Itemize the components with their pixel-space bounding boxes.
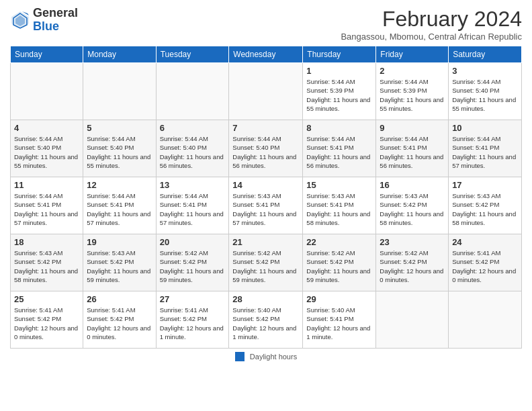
day-info: Sunrise: 5:43 AM Sunset: 5:42 PM Dayligh… xyxy=(380,191,445,227)
day-number: 19 xyxy=(87,237,152,247)
calendar-week-row: 18Sunrise: 5:43 AM Sunset: 5:42 PM Dayli… xyxy=(11,234,522,291)
calendar-header-friday: Friday xyxy=(376,46,449,63)
calendar-week-row: 4Sunrise: 5:44 AM Sunset: 5:40 PM Daylig… xyxy=(11,120,522,177)
day-info: Sunrise: 5:44 AM Sunset: 5:40 PM Dayligh… xyxy=(87,134,152,170)
day-info: Sunrise: 5:44 AM Sunset: 5:40 PM Dayligh… xyxy=(452,77,518,113)
calendar-cell: 26Sunrise: 5:41 AM Sunset: 5:42 PM Dayli… xyxy=(83,291,156,349)
calendar-cell: 5Sunrise: 5:44 AM Sunset: 5:40 PM Daylig… xyxy=(83,120,156,177)
legend-box xyxy=(235,352,245,361)
calendar-cell: 16Sunrise: 5:43 AM Sunset: 5:42 PM Dayli… xyxy=(376,177,449,234)
calendar-cell: 4Sunrise: 5:44 AM Sunset: 5:40 PM Daylig… xyxy=(11,120,83,177)
day-info: Sunrise: 5:41 AM Sunset: 5:42 PM Dayligh… xyxy=(160,306,226,341)
calendar-cell xyxy=(449,291,522,349)
month-title: February 2024 xyxy=(341,7,522,32)
calendar-cell: 8Sunrise: 5:44 AM Sunset: 5:41 PM Daylig… xyxy=(303,120,376,177)
day-number: 3 xyxy=(452,66,518,76)
day-number: 24 xyxy=(452,237,518,247)
calendar-cell: 27Sunrise: 5:41 AM Sunset: 5:42 PM Dayli… xyxy=(156,291,229,349)
calendar-cell: 15Sunrise: 5:43 AM Sunset: 5:41 PM Dayli… xyxy=(303,177,376,234)
logo-blue: Blue xyxy=(33,19,59,33)
day-number: 16 xyxy=(380,180,445,190)
calendar-cell: 11Sunrise: 5:44 AM Sunset: 5:41 PM Dayli… xyxy=(11,177,83,234)
calendar-week-row: 11Sunrise: 5:44 AM Sunset: 5:41 PM Dayli… xyxy=(11,177,522,234)
day-number: 9 xyxy=(380,123,445,133)
calendar-cell: 24Sunrise: 5:41 AM Sunset: 5:42 PM Dayli… xyxy=(449,234,522,291)
day-info: Sunrise: 5:42 AM Sunset: 5:42 PM Dayligh… xyxy=(232,248,299,284)
day-info: Sunrise: 5:44 AM Sunset: 5:41 PM Dayligh… xyxy=(14,191,79,227)
day-number: 28 xyxy=(232,294,299,304)
calendar-cell: 21Sunrise: 5:42 AM Sunset: 5:42 PM Dayli… xyxy=(229,234,303,291)
calendar-cell: 6Sunrise: 5:44 AM Sunset: 5:40 PM Daylig… xyxy=(156,120,229,177)
day-info: Sunrise: 5:43 AM Sunset: 5:41 PM Dayligh… xyxy=(306,191,372,227)
day-info: Sunrise: 5:40 AM Sunset: 5:42 PM Dayligh… xyxy=(232,306,299,341)
calendar-header-row: SundayMondayTuesdayWednesdayThursdayFrid… xyxy=(11,46,522,63)
day-number: 2 xyxy=(380,66,445,76)
day-info: Sunrise: 5:44 AM Sunset: 5:39 PM Dayligh… xyxy=(306,77,372,113)
day-number: 5 xyxy=(87,123,152,133)
calendar-cell xyxy=(229,63,303,120)
calendar-cell xyxy=(11,63,83,120)
day-info: Sunrise: 5:43 AM Sunset: 5:41 PM Dayligh… xyxy=(232,191,299,227)
day-info: Sunrise: 5:42 AM Sunset: 5:42 PM Dayligh… xyxy=(160,248,226,284)
day-number: 11 xyxy=(14,180,79,190)
calendar-header-tuesday: Tuesday xyxy=(156,46,229,63)
day-info: Sunrise: 5:43 AM Sunset: 5:42 PM Dayligh… xyxy=(87,248,152,284)
day-number: 25 xyxy=(14,294,79,304)
day-info: Sunrise: 5:44 AM Sunset: 5:41 PM Dayligh… xyxy=(452,134,518,170)
calendar-cell: 22Sunrise: 5:42 AM Sunset: 5:42 PM Dayli… xyxy=(303,234,376,291)
calendar-cell: 20Sunrise: 5:42 AM Sunset: 5:42 PM Dayli… xyxy=(156,234,229,291)
calendar-cell xyxy=(156,63,229,120)
day-number: 20 xyxy=(160,237,226,247)
day-info: Sunrise: 5:43 AM Sunset: 5:42 PM Dayligh… xyxy=(14,248,79,284)
day-number: 10 xyxy=(452,123,518,133)
calendar-cell: 13Sunrise: 5:44 AM Sunset: 5:41 PM Dayli… xyxy=(156,177,229,234)
day-info: Sunrise: 5:41 AM Sunset: 5:42 PM Dayligh… xyxy=(87,306,152,341)
day-number: 4 xyxy=(14,123,79,133)
calendar-header-sunday: Sunday xyxy=(11,46,83,63)
calendar-cell: 2Sunrise: 5:44 AM Sunset: 5:39 PM Daylig… xyxy=(376,63,449,120)
calendar-cell: 1Sunrise: 5:44 AM Sunset: 5:39 PM Daylig… xyxy=(303,63,376,120)
title-section: February 2024 Bangassou, Mbomou, Central… xyxy=(341,7,522,42)
day-number: 8 xyxy=(306,123,372,133)
day-info: Sunrise: 5:44 AM Sunset: 5:40 PM Dayligh… xyxy=(232,134,299,170)
day-number: 17 xyxy=(452,180,518,190)
calendar-cell: 3Sunrise: 5:44 AM Sunset: 5:40 PM Daylig… xyxy=(449,63,522,120)
calendar-week-row: 1Sunrise: 5:44 AM Sunset: 5:39 PM Daylig… xyxy=(11,63,522,120)
calendar-cell: 10Sunrise: 5:44 AM Sunset: 5:41 PM Dayli… xyxy=(449,120,522,177)
day-info: Sunrise: 5:44 AM Sunset: 5:41 PM Dayligh… xyxy=(380,134,445,170)
day-info: Sunrise: 5:44 AM Sunset: 5:41 PM Dayligh… xyxy=(87,191,152,227)
calendar-cell xyxy=(376,291,449,349)
day-number: 21 xyxy=(232,237,299,247)
day-info: Sunrise: 5:44 AM Sunset: 5:41 PM Dayligh… xyxy=(306,134,372,170)
calendar-header-wednesday: Wednesday xyxy=(229,46,303,63)
day-number: 6 xyxy=(160,123,226,133)
calendar-cell: 29Sunrise: 5:40 AM Sunset: 5:41 PM Dayli… xyxy=(303,291,376,349)
logo-icon xyxy=(10,10,30,30)
legend-label: Daylight hours xyxy=(250,353,297,361)
day-number: 7 xyxy=(232,123,299,133)
logo-text: General Blue xyxy=(33,7,78,34)
calendar: SundayMondayTuesdayWednesdayThursdayFrid… xyxy=(10,46,522,349)
day-info: Sunrise: 5:44 AM Sunset: 5:40 PM Dayligh… xyxy=(14,134,79,170)
calendar-cell: 17Sunrise: 5:43 AM Sunset: 5:42 PM Dayli… xyxy=(449,177,522,234)
subtitle: Bangassou, Mbomou, Central African Repub… xyxy=(341,32,522,42)
calendar-week-row: 25Sunrise: 5:41 AM Sunset: 5:42 PM Dayli… xyxy=(11,291,522,349)
calendar-cell: 19Sunrise: 5:43 AM Sunset: 5:42 PM Dayli… xyxy=(83,234,156,291)
page: General Blue February 2024 Bangassou, Mb… xyxy=(0,0,532,411)
day-info: Sunrise: 5:42 AM Sunset: 5:42 PM Dayligh… xyxy=(306,248,372,284)
day-info: Sunrise: 5:41 AM Sunset: 5:42 PM Dayligh… xyxy=(14,306,79,341)
day-number: 13 xyxy=(160,180,226,190)
day-info: Sunrise: 5:41 AM Sunset: 5:42 PM Dayligh… xyxy=(452,248,518,284)
day-info: Sunrise: 5:40 AM Sunset: 5:41 PM Dayligh… xyxy=(306,306,372,341)
day-info: Sunrise: 5:44 AM Sunset: 5:39 PM Dayligh… xyxy=(380,77,445,113)
footer: Daylight hours xyxy=(10,352,522,361)
day-info: Sunrise: 5:44 AM Sunset: 5:40 PM Dayligh… xyxy=(160,134,226,170)
calendar-cell: 28Sunrise: 5:40 AM Sunset: 5:42 PM Dayli… xyxy=(229,291,303,349)
calendar-header-monday: Monday xyxy=(83,46,156,63)
day-info: Sunrise: 5:43 AM Sunset: 5:42 PM Dayligh… xyxy=(452,191,518,227)
header: General Blue February 2024 Bangassou, Mb… xyxy=(10,7,522,42)
calendar-cell: 7Sunrise: 5:44 AM Sunset: 5:40 PM Daylig… xyxy=(229,120,303,177)
logo: General Blue xyxy=(10,7,78,34)
calendar-cell xyxy=(83,63,156,120)
day-number: 22 xyxy=(306,237,372,247)
